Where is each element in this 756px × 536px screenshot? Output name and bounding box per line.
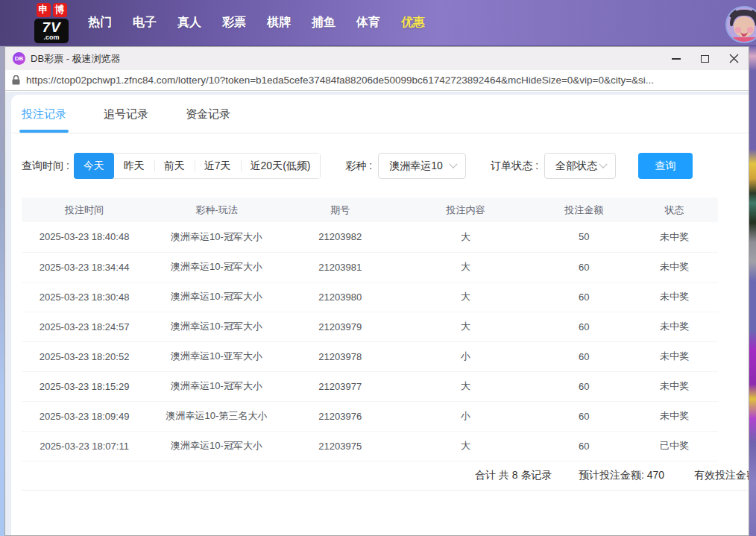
url-text[interactable]: https://ctop02pchwp1.zfnc84.com/lottery/… — [26, 75, 654, 86]
site-nav-items: 热门 电子 真人 彩票 棋牌 捕鱼 体育 优惠 — [78, 15, 435, 31]
site-logo[interactable]: 申 博 7V .com — [34, 3, 69, 43]
cell-issue-number: 21203976 — [286, 401, 394, 431]
cell-lottery-play: 澳洲幸运10-冠军大小 — [147, 371, 286, 401]
tab-chase-records[interactable]: 追号记录 — [104, 107, 148, 133]
order-status-value: 全部状态 — [555, 160, 597, 173]
table-row: 2025-03-23 18:20:52 澳洲幸运10-亚军大小 21203978… — [22, 341, 718, 371]
status-cell: 未中奖 — [631, 341, 718, 371]
cell-issue-number: 21203981 — [286, 252, 394, 282]
status-cell: 未中奖 — [631, 312, 718, 341]
cell-lottery-play: 澳洲幸运10-冠军大小 — [147, 312, 286, 341]
cell-bet-amount: 60 — [537, 431, 631, 461]
cell-bet-time: 2025-03-23 18:15:29 — [22, 371, 147, 401]
table-row: 2025-03-23 18:15:29 澳洲幸运10-冠军大小 21203977… — [22, 371, 718, 401]
cell-issue-number: 21203978 — [286, 341, 394, 371]
header-bet-time: 投注时间 — [22, 198, 147, 222]
maximize-button[interactable] — [690, 47, 719, 70]
cell-bet-time: 2025-03-23 18:34:44 — [22, 252, 147, 282]
time-option-today[interactable]: 今天 — [74, 153, 114, 179]
logo-badge-bo: 博 — [53, 3, 67, 17]
window-titlebar[interactable]: DB DB彩票 - 极速浏览器 — [5, 47, 749, 70]
summary-bar: 合计 共 8 条记录 预计投注金额: 470 有效投注金额 — [22, 461, 749, 491]
cell-bet-time: 2025-03-23 18:40:48 — [22, 222, 147, 252]
record-tabs: 投注记录 追号记录 资金记录 — [11, 95, 749, 133]
cell-issue-number: 21203977 — [286, 371, 394, 401]
table-row: 2025-03-23 18:40:48 澳洲幸运10-冠军大小 21203982… — [22, 222, 718, 252]
cell-bet-amount: 60 — [537, 252, 631, 282]
status-cell: 未中奖 — [631, 371, 718, 401]
cell-bet-content: 大 — [394, 222, 537, 252]
cell-lottery-play: 澳洲幸运10-冠军大小 — [147, 282, 286, 312]
table-row: 2025-03-23 18:24:57 澳洲幸运10-冠军大小 21203979… — [22, 312, 718, 341]
address-bar[interactable]: https://ctop02pchwp1.zfnc84.com/lottery/… — [5, 70, 749, 91]
status-cell: 未中奖 — [631, 222, 718, 252]
close-button[interactable] — [719, 47, 749, 70]
cell-lottery-play: 澳洲幸运10-第三名大小 — [147, 401, 286, 431]
search-button[interactable]: 查询 — [638, 153, 693, 179]
browser-app-icon: DB — [13, 52, 25, 65]
lottery-type-label: 彩种 : — [345, 160, 372, 173]
cell-bet-amount: 60 — [537, 401, 631, 431]
status-cell: 未中奖 — [631, 282, 718, 312]
cell-bet-content: 大 — [394, 252, 537, 282]
nav-item-promotions[interactable]: 优惠 — [391, 15, 435, 31]
nav-item-boardgames[interactable]: 棋牌 — [256, 15, 301, 31]
time-option-7days[interactable]: 近7天 — [195, 154, 241, 178]
time-option-yesterday[interactable]: 昨天 — [114, 154, 154, 178]
tab-fund-records[interactable]: 资金记录 — [186, 107, 230, 133]
window-controls — [661, 47, 749, 70]
maximize-icon — [701, 55, 709, 63]
cell-issue-number: 21203980 — [286, 282, 394, 312]
nav-item-fishing[interactable]: 捕鱼 — [301, 15, 346, 31]
window-title: DB彩票 - 极速浏览器 — [31, 52, 121, 66]
lock-icon — [12, 75, 20, 85]
table-row: 2025-03-23 18:07:11 澳洲幸运10-冠军大小 21203975… — [22, 431, 718, 461]
chevron-down-icon — [450, 160, 458, 168]
minimize-button[interactable] — [661, 47, 690, 70]
status-cell: 未中奖 — [631, 252, 718, 282]
user-avatar[interactable] — [725, 6, 756, 43]
nav-item-lottery[interactable]: 彩票 — [212, 15, 256, 31]
avatar-illustration — [727, 7, 756, 42]
table-row: 2025-03-23 18:30:48 澳洲幸运10-冠军大小 21203980… — [22, 282, 718, 312]
browser-window: DB DB彩票 - 极速浏览器 https://ctop02pchwp1.zfn… — [4, 46, 749, 536]
cell-bet-content: 大 — [394, 371, 537, 401]
cell-bet-time: 2025-03-23 18:07:11 — [22, 431, 147, 461]
summary-total-count: 合计 共 8 条记录 — [475, 469, 552, 482]
lottery-type-select[interactable]: 澳洲幸运10 — [378, 153, 466, 179]
cell-issue-number: 21203975 — [286, 431, 394, 461]
site-top-nav: 申 博 7V .com 热门 电子 真人 彩票 棋牌 捕鱼 体育 优惠 — [0, 0, 756, 46]
tab-bet-records[interactable]: 投注记录 — [22, 107, 66, 133]
lottery-type-value: 澳洲幸运10 — [389, 160, 443, 173]
time-option-day-before[interactable]: 前天 — [154, 154, 195, 178]
header-lottery-play: 彩种-玩法 — [147, 198, 286, 222]
cell-lottery-play: 澳洲幸运10-冠军大小 — [147, 222, 286, 252]
cell-bet-content: 大 — [394, 312, 537, 341]
nav-item-live[interactable]: 真人 — [167, 15, 212, 31]
nav-item-hot[interactable]: 热门 — [78, 15, 122, 31]
close-icon — [729, 54, 739, 63]
order-status-select[interactable]: 全部状态 — [544, 153, 616, 179]
time-range-segmented-control: 今天 昨天 前天 近7天 近20天(低频) — [74, 153, 321, 179]
filter-bar: 查询时间 : 今天 昨天 前天 近7天 近20天(低频) 彩种 : 澳洲幸运10… — [22, 153, 749, 179]
cell-bet-content: 大 — [394, 431, 537, 461]
header-bet-amount: 投注金额 — [537, 198, 631, 222]
nav-item-electronic[interactable]: 电子 — [122, 15, 167, 31]
header-status: 状态 — [631, 198, 718, 222]
cell-issue-number: 21203979 — [286, 312, 394, 341]
summary-expected-amount: 预计投注金额: 470 — [579, 469, 664, 482]
table-row: 2025-03-23 18:34:44 澳洲幸运10-冠军大小 21203981… — [22, 252, 718, 282]
status-cell: 未中奖 — [631, 401, 718, 431]
records-card: 投注记录 追号记录 资金记录 查询时间 : 今天 昨天 前天 近7天 近20天(… — [11, 95, 749, 535]
cell-lottery-play: 澳洲幸运10-冠军大小 — [147, 431, 286, 461]
chevron-down-icon — [599, 160, 607, 168]
nav-item-sports[interactable]: 体育 — [346, 15, 391, 31]
order-status-label: 订单状态 : — [491, 160, 538, 173]
logo-main-text: 7V — [34, 20, 69, 34]
cell-bet-content: 小 — [394, 341, 537, 371]
cell-lottery-play: 澳洲幸运10-冠军大小 — [147, 252, 286, 282]
time-option-20days[interactable]: 近20天(低频) — [241, 154, 321, 178]
background-right-sliver — [749, 46, 756, 536]
table-header-row: 投注时间 彩种-玩法 期号 投注内容 投注金额 状态 — [22, 198, 718, 222]
table-row: 2025-03-23 18:09:49 澳洲幸运10-第三名大小 2120397… — [22, 401, 718, 431]
